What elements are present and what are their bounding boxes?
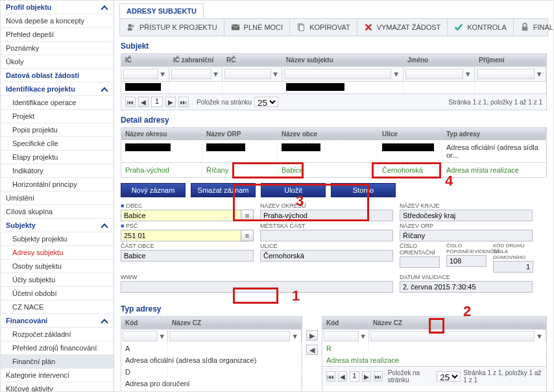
col-ic[interactable]: IČ [121,54,169,66]
filter-icon[interactable]: ▼ [535,69,544,79]
lookup-obec[interactable]: ≡ [241,210,254,221]
col-kod[interactable]: Kód [121,317,168,329]
nav-ucty[interactable]: Účty subjektu [1,273,114,287]
inp-psc[interactable] [121,230,241,241]
nav-cznace[interactable]: CZ NACE [1,300,114,314]
nav-ucetni[interactable]: Účetní období [1,287,114,300]
tb-kontrola[interactable]: KONTROLA [448,19,514,36]
filter-icon[interactable]: ▼ [463,69,472,79]
col-prijmeni[interactable]: Příjmení [475,54,546,66]
pg-prev[interactable]: ◀ [338,371,347,382]
nav-datova[interactable]: Datová oblast žádosti [1,69,114,82]
nav-etapy[interactable]: Etapy projektu [1,151,114,164]
tb-finalizace[interactable]: FINALIZACE [514,19,553,36]
tb-plne[interactable]: PLNÉ MOCI [224,19,291,36]
filter-icon[interactable]: ▼ [211,69,220,79]
nav-klicove[interactable]: Klíčové aktivity [1,382,114,391]
ah-typ[interactable]: Typ adresy [442,128,546,140]
nav-horiz[interactable]: Horizontální principy [1,178,114,191]
table-row[interactable]: TAdresa trvalého bydliště [121,389,302,391]
nav-depese[interactable]: Nová depeše a koncepty [1,14,114,28]
filter-icon[interactable]: ▼ [158,69,167,79]
ah-ulice[interactable]: Ulice [378,128,442,140]
filter-icon[interactable]: ▼ [359,331,367,341]
nav-zdroje[interactable]: Přehled zdrojů financování [1,341,114,355]
tb-vymazat[interactable]: VYMAZAT ŽÁDOST [357,19,448,36]
pg-next[interactable]: ▶ [165,97,176,107]
flt-jmeno[interactable] [405,69,463,79]
pg-last[interactable]: ⏭ [374,371,383,382]
filter-icon[interactable]: ▼ [535,331,544,341]
nav-profil[interactable]: Profil objektu [1,1,114,14]
pg-num[interactable]: 1 [350,371,359,382]
pg-num[interactable]: 1 [151,97,163,107]
nav-adresy[interactable]: Adresy subjektu [1,246,114,260]
nav-identifikace[interactable]: Identifikace projektu [1,82,114,96]
pg-next[interactable]: ▶ [362,371,371,382]
flt-prijmeni[interactable] [477,69,535,79]
btn-move-right[interactable]: ▶ [306,330,318,341]
nav-kategorie[interactable]: Kategorie intervencí [1,369,114,382]
nav-projekt[interactable]: Projekt [1,110,114,123]
flt-ic[interactable] [123,69,158,79]
nav-financovani[interactable]: Financování [1,314,114,328]
lookup-psc[interactable]: ≡ [241,230,254,241]
flt-nazev-l[interactable] [169,331,290,341]
table-row[interactable]: DAdresa pro doručení [121,366,302,389]
flt-kod-r[interactable] [324,331,359,341]
flt-nazev-r[interactable] [370,331,535,341]
btn-storno[interactable]: Storno [331,183,396,197]
addr-row-1[interactable]: Adresa oficiální (adresa sídla or... [121,140,547,163]
nav-rozpocet[interactable]: Rozpočet základní [1,328,114,341]
nav-popis[interactable]: Popis projektu [1,123,114,137]
ah-okres[interactable]: Název okresu [121,128,202,140]
nav-finplan[interactable]: Finanční plán [1,355,114,369]
pg-first[interactable]: ⏮ [125,97,136,107]
col-rc[interactable]: RČ [223,54,282,66]
filter-icon[interactable]: ▼ [290,331,300,341]
flt-rc[interactable] [224,69,271,79]
nav-prehled[interactable]: Přehled depeší [1,28,114,42]
col-kod[interactable]: Kód [322,317,369,329]
nav-indikatory[interactable]: Indikátory [1,164,114,178]
filter-icon[interactable]: ▼ [158,331,166,341]
tb-kopirovat[interactable]: KOPÍROVAT [290,19,357,36]
col-nazev[interactable]: Název CZ [369,317,546,329]
nav-subj-proj[interactable]: Subjekty projektu [1,232,114,246]
filter-icon[interactable]: ▼ [391,69,401,79]
col-icz[interactable]: IČ zahraniční [169,54,223,66]
pg-prev[interactable]: ◀ [138,97,149,107]
ah-obce[interactable]: Název obce [278,128,378,140]
tb-pristup[interactable]: PŘÍSTUP K PROJEKTU [120,19,224,36]
inp-obec[interactable] [121,210,241,221]
ah-orp[interactable]: Název ORP [202,128,278,140]
table-row[interactable]: RAdresa místa realizace [322,343,546,366]
filter-icon[interactable]: ▼ [271,69,280,79]
pg-first[interactable]: ⏮ [326,371,335,382]
tab-adresy[interactable]: ADRESY SUBJEKTU [119,3,204,18]
table-row[interactable] [121,82,546,93]
btn-ulozit[interactable]: Uložit [261,183,326,197]
nav-poznamky[interactable]: Poznámky [1,42,114,55]
addr-row-2[interactable]: Praha-východ Říčany Babice Černohorská A… [121,163,547,178]
col-jmeno[interactable]: Jméno [403,54,475,66]
nav-cile[interactable]: Specifické cíle [1,137,114,151]
nav-ident-operace[interactable]: Identifikace operace [1,96,114,110]
btn-novy[interactable]: Nový záznam [121,183,186,197]
flt-icz[interactable] [171,69,211,79]
nav-cilova[interactable]: Cílová skupina [1,205,114,219]
pg-perpage[interactable]: 25 [437,371,461,382]
nav-umisteni[interactable]: Umístění [1,191,114,205]
btn-move-left[interactable]: ◀ [306,345,318,355]
col-nazev[interactable]: Název CZ [168,317,302,329]
btn-smazat[interactable]: Smazat záznam [191,183,256,197]
flt-kod-l[interactable] [123,331,158,341]
nav-osoby[interactable]: Osoby subjektu [1,260,114,273]
table-row[interactable]: AAdresa oficiální (adresa sídla organiza… [121,343,302,366]
pg-perpage[interactable]: 25 [254,97,278,107]
pg-last[interactable]: ⏭ [178,97,189,107]
nav-subjekty[interactable]: Subjekty [1,219,114,232]
col-nazev[interactable]: Název subjektu [282,54,403,66]
inp-www[interactable] [121,281,393,293]
flt-nazev[interactable] [284,69,391,79]
